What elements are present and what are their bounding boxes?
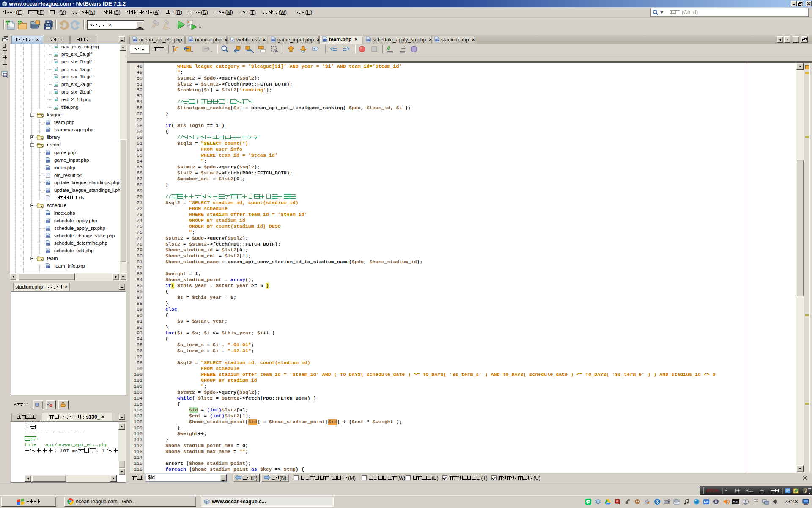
svg-text:php: php — [46, 182, 50, 185]
svg-text:php: php — [46, 160, 50, 162]
svg-text:php: php — [272, 39, 275, 41]
svg-text:LINE: LINE — [587, 501, 591, 503]
svg-text:php: php — [46, 213, 50, 215]
svg-text:php: php — [435, 39, 439, 41]
svg-text:php: php — [46, 251, 50, 253]
svg-text:php: php — [189, 39, 193, 41]
svg-text:php: php — [367, 39, 370, 41]
svg-text:EX: EX — [704, 500, 708, 503]
svg-text:3: 3 — [188, 25, 190, 28]
svg-text:php: php — [323, 39, 327, 41]
svg-text:php: php — [133, 39, 137, 41]
svg-text:php: php — [46, 130, 50, 132]
svg-text:php: php — [46, 221, 50, 223]
svg-text:php: php — [46, 266, 50, 268]
svg-text:php: php — [46, 235, 50, 237]
svg-text:THX: THX — [733, 501, 738, 503]
svg-text:php: php — [46, 243, 50, 245]
svg-text:php: php — [46, 228, 50, 230]
svg-text:php: php — [46, 122, 50, 124]
svg-text:php: php — [46, 168, 50, 170]
svg-text:php: php — [46, 152, 50, 155]
svg-text:php: php — [46, 190, 50, 192]
